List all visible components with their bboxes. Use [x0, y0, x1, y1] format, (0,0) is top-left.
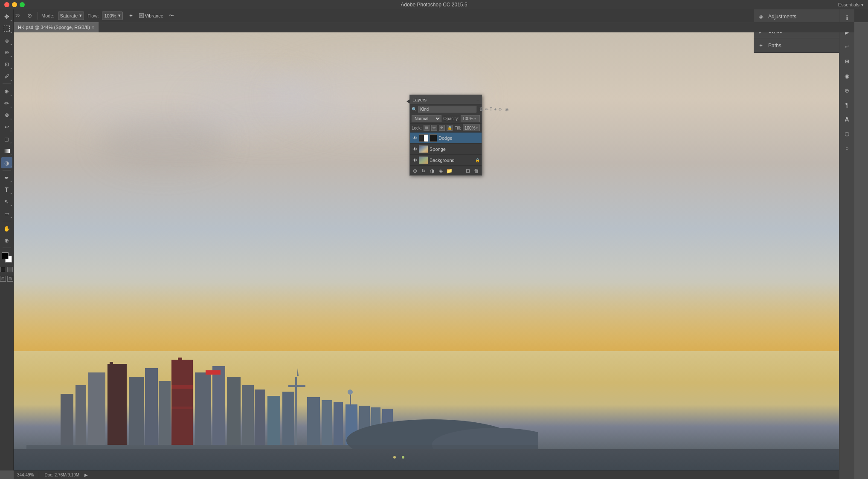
layer-row-sponge[interactable]: 👁 Sponge [410, 144, 482, 155]
svg-rect-2 [88, 372, 105, 445]
layer-fx-icon[interactable]: fx [420, 167, 427, 174]
dodge-tool[interactable]: ◑ ▸ [1, 157, 12, 168]
standard-mode-icon[interactable] [0, 267, 6, 272]
lock-all-button[interactable]: 🔒 [447, 125, 453, 131]
layer-lock-icon-background: 🔒 [475, 158, 480, 162]
foreground-color-swatch[interactable] [2, 252, 9, 259]
lock-position-button[interactable]: ✛ [439, 125, 445, 131]
svg-rect-16 [242, 385, 254, 445]
crop-tool[interactable]: ⊡ ▸ [1, 59, 12, 70]
mode-label: Mode: [41, 13, 55, 18]
layer-visibility-dodge[interactable]: 👁 [412, 135, 418, 141]
layer-visibility-background[interactable]: 👁 [412, 157, 418, 163]
new-layer-icon[interactable]: ⊡ [464, 167, 471, 174]
history-panel-icon[interactable]: ↵ [841, 41, 853, 53]
harbor-water [14, 449, 839, 470]
shape-tool[interactable]: ▭ ▸ [1, 208, 12, 219]
library-panel-icon[interactable]: ⊕ [841, 84, 853, 96]
hand-tool[interactable]: ✋ [1, 223, 12, 234]
eraser-tool[interactable]: ◻ ▸ [1, 133, 12, 144]
svg-point-28 [348, 390, 353, 395]
quick-mask-icon[interactable] [7, 267, 13, 272]
minimize-button[interactable] [12, 2, 17, 7]
layers-panel-icon[interactable]: ◉ [841, 70, 853, 82]
gradient-tool[interactable]: ▸ [1, 145, 12, 156]
layers-visibility-toggle[interactable]: ◉ [505, 107, 509, 112]
layer-group-icon[interactable]: 📁 [446, 167, 453, 174]
brush-tool[interactable]: ✏ ▸ [1, 98, 12, 109]
filter-adjust-icon[interactable]: ✏ [485, 107, 488, 112]
doc-tab-close[interactable]: × [92, 25, 94, 30]
filter-smart-icon[interactable]: ⚙ [498, 107, 502, 112]
heal-tool[interactable]: ⊕ ▸ [1, 86, 12, 97]
layers-blend-opacity-row: Normal Multiply Screen Opacity: 100% ▾ [410, 114, 482, 124]
lock-image-button[interactable]: ✏ [431, 125, 437, 131]
filter-pixel-icon[interactable]: 🖼 [479, 107, 484, 112]
paths-panel-item[interactable]: ✦ Paths [754, 38, 839, 53]
airbrush-icon[interactable]: ✦ [126, 11, 136, 20]
doc-tab[interactable]: HK.psd @ 344% (Sponge, RGB/8) × [14, 22, 99, 32]
flow-dropdown[interactable]: 100% ▾ [102, 12, 122, 20]
options-bar: ⬡ 35 ⊙ Mode: Saturate ▾ Flow: 100% ▾ ✦ ✓… [0, 9, 868, 22]
filter-shape-icon[interactable]: ✦ [494, 107, 497, 112]
layer-adjustment-icon[interactable]: ◈ [437, 167, 444, 174]
brush-size-display: 35 [15, 14, 20, 17]
zoom-tool[interactable]: ⊕ [1, 235, 12, 246]
color-swatches[interactable] [1, 251, 13, 263]
layers-bottom-bar: ⊕ fx ◑ ◈ 📁 ⊡ 🗑 [410, 166, 482, 175]
history-brush-tool[interactable]: ↩ ▸ [1, 121, 12, 133]
layer-visibility-sponge[interactable]: 👁 [412, 146, 418, 152]
left-toolbar: ✥ ▸ ▸ ⌾ ▸ ⊛ ▸ ⊡ ▸ 🖊 ▸ ⊕ ▸ ✏ ▸ ⊗ ▸ ↩ ▸ ◻ … [0, 9, 14, 470]
3d-panel-icon[interactable]: ⬡ [841, 128, 853, 140]
tool-presets-icon[interactable]: ○ [841, 142, 853, 154]
path-select-tool[interactable]: ↖ ▸ [1, 196, 12, 207]
traffic-lights [4, 2, 25, 7]
mode-dropdown[interactable]: Saturate ▾ [58, 12, 84, 20]
stamp-tool[interactable]: ⊗ ▸ [1, 110, 12, 121]
marquee-tool[interactable]: ▸ [1, 23, 12, 34]
adjustments-panel-item[interactable]: ◈ Adjustments [754, 9, 839, 24]
layer-name-sponge: Sponge [430, 147, 480, 152]
doc-info: Doc: 2.76M/9.19M [44, 473, 79, 477]
character-panel-icon[interactable]: A [841, 113, 853, 125]
quick-select-tool[interactable]: ⊛ ▸ [1, 47, 12, 58]
layer-link-icon[interactable]: ⊕ [412, 167, 418, 174]
layers-kind-input[interactable] [418, 106, 476, 113]
opacity-value-display[interactable]: 100% ▾ [461, 115, 480, 122]
move-tool[interactable]: ✥ ▸ [1, 11, 12, 22]
paragraph-panel-icon[interactable]: ¶ [841, 99, 853, 111]
svg-rect-9 [178, 358, 182, 366]
svg-rect-6 [145, 368, 158, 445]
layer-row-dodge[interactable]: 👁 Dodge [410, 133, 482, 144]
layer-row-background[interactable]: 👁 Background 🔒 [410, 155, 482, 166]
fill-value-display[interactable]: 100% ▾ [463, 124, 480, 131]
svg-rect-24 [322, 400, 332, 445]
far-right-icon-strip: ℹ ▶ ↵ ⊞ ◉ ⊕ ¶ A ⬡ ○ [839, 9, 854, 479]
svg-rect-14 [206, 370, 221, 375]
vibrance-checkbox[interactable]: ✓ Vibrance [139, 13, 163, 18]
delete-layer-icon[interactable]: 🗑 [473, 167, 480, 174]
essentials-menu[interactable]: Essentials ▾ [838, 2, 864, 8]
filter-type-icon[interactable]: T [490, 107, 492, 112]
layer-mask-icon[interactable]: ◑ [429, 167, 435, 174]
brush-preset-icon[interactable]: ⊙ [25, 11, 34, 20]
layers-panel-collapse[interactable]: – [476, 97, 479, 102]
pen-tool[interactable]: ✒ ▸ [1, 172, 12, 183]
svg-rect-27 [350, 393, 351, 406]
layers-search-icon: 🔍 [412, 107, 417, 112]
full-screen-icon[interactable]: ⊞ [7, 276, 13, 282]
title-bar: Adobe Photoshop CC 2015.5 Essentials ▾ [0, 0, 868, 9]
svg-marker-22 [297, 368, 299, 376]
close-button[interactable] [4, 2, 9, 7]
screen-mode-icon[interactable]: ⊟ [0, 276, 6, 282]
lasso-tool[interactable]: ⌾ ▸ [1, 35, 12, 46]
maximize-button[interactable] [20, 2, 25, 7]
text-tool[interactable]: T ▸ [1, 184, 12, 195]
svg-rect-19 [282, 392, 294, 445]
blend-mode-select[interactable]: Normal Multiply Screen [412, 115, 441, 122]
eyedropper-tool[interactable]: 🖊 ▸ [1, 71, 12, 82]
lock-transparent-button[interactable]: ⊞ [424, 125, 430, 131]
svg-rect-13 [212, 366, 225, 445]
channels-panel-icon[interactable]: ⊞ [841, 55, 853, 67]
doc-info-arrow[interactable]: ▶ [84, 473, 88, 477]
